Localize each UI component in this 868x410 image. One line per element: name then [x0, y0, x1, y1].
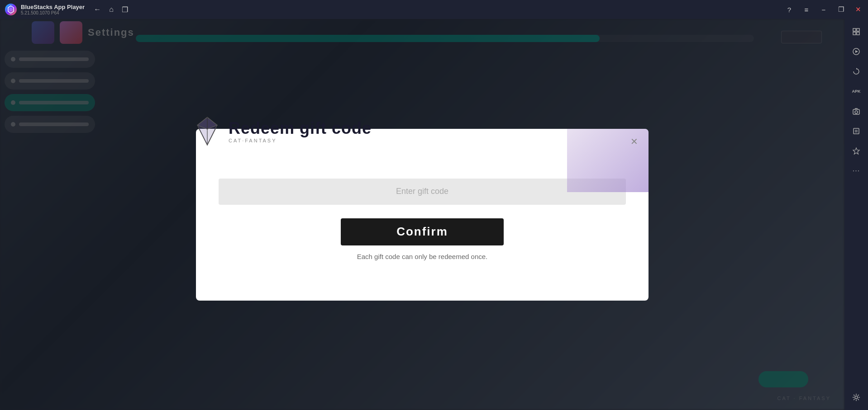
svg-rect-18 — [855, 130, 858, 132]
svg-rect-11 — [857, 32, 859, 35]
game-area: Settings — [0, 19, 844, 410]
main-area: Settings — [0, 19, 868, 410]
apk-label: APK — [852, 89, 860, 94]
star-icon — [852, 147, 860, 155]
app-title-text: BlueStacks App Player 5.21.500.1070 P64 — [21, 4, 85, 15]
title-bar: BlueStacks App Player 5.21.500.1070 P64 … — [0, 0, 868, 19]
svg-rect-9 — [857, 28, 859, 31]
sidebar-apk-button[interactable]: APK — [848, 83, 864, 99]
svg-point-20 — [855, 396, 858, 399]
dialog-title: Redeem gift code — [229, 119, 372, 138]
sidebar-camera-button[interactable] — [848, 103, 864, 119]
sidebar-expand-button[interactable] — [848, 24, 864, 40]
sidebar-more-button[interactable]: ··· — [848, 163, 864, 179]
dialog-overlay: Redeem gift code CAT·FANTASY ✕ Confirm E… — [0, 19, 844, 410]
svg-rect-10 — [853, 32, 856, 35]
sidebar-screenshot-button[interactable] — [848, 123, 864, 139]
window-controls: ? ≡ − ❐ ✕ — [784, 4, 863, 15]
help-button[interactable]: ? — [784, 4, 795, 15]
sidebar-rotate-button[interactable] — [848, 63, 864, 80]
gift-code-input[interactable] — [219, 179, 626, 205]
svg-marker-14 — [856, 68, 857, 70]
dialog-subtitle: CAT·FANTASY — [229, 138, 372, 143]
svg-rect-8 — [853, 28, 856, 31]
title-bar-nav: ← ⌂ ❐ — [94, 5, 128, 14]
more-dots-icon: ··· — [853, 167, 860, 175]
menu-button[interactable]: ≡ — [801, 4, 812, 15]
dialog-header: Redeem gift code CAT·FANTASY — [191, 115, 372, 147]
expand-icon — [852, 28, 860, 36]
settings-icon — [852, 393, 860, 401]
sidebar-settings-button[interactable] — [848, 389, 864, 405]
gift-code-input-wrapper — [219, 179, 626, 205]
rotate-icon — [852, 67, 860, 75]
dialog-close-button[interactable]: ✕ — [627, 134, 641, 149]
camera-icon — [852, 107, 860, 115]
back-button[interactable]: ← — [94, 5, 101, 14]
diamond-logo-icon — [191, 115, 223, 147]
close-window-button[interactable]: ✕ — [853, 4, 863, 15]
home-button[interactable]: ⌂ — [109, 5, 114, 14]
app-name: BlueStacks App Player — [21, 4, 85, 10]
sidebar-star-button[interactable] — [848, 143, 864, 159]
right-sidebar: APK ··· — [844, 19, 868, 410]
svg-point-16 — [855, 111, 858, 113]
restore-button[interactable]: ❐ — [835, 4, 846, 15]
redeem-dialog: Redeem gift code CAT·FANTASY ✕ Confirm E… — [196, 129, 649, 301]
screenshot-icon — [852, 127, 860, 135]
dialog-title-area: Redeem gift code CAT·FANTASY — [229, 119, 372, 143]
bluestacks-logo — [5, 3, 17, 16]
redemption-note: Each gift code can only be redeemed once… — [357, 253, 488, 260]
svg-marker-19 — [853, 148, 859, 154]
svg-marker-13 — [855, 50, 858, 53]
app-version: 5.21.500.1070 P64 — [21, 10, 85, 15]
copy-button[interactable]: ❐ — [122, 5, 128, 14]
minimize-button[interactable]: − — [818, 4, 829, 15]
video-icon — [852, 47, 860, 56]
confirm-button[interactable]: Confirm — [341, 218, 504, 245]
sidebar-video-button[interactable] — [848, 43, 864, 60]
